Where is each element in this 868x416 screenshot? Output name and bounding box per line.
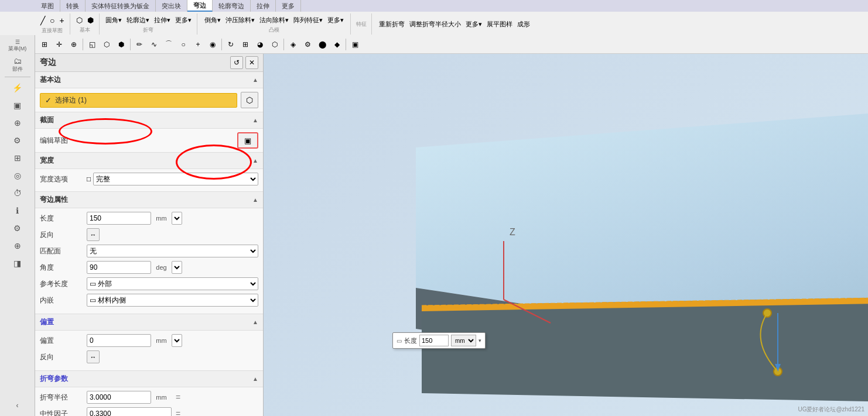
icon-btn-18[interactable]: ⚙ (300, 37, 315, 51)
sidebar-icon-10[interactable]: ⊕ (7, 238, 28, 254)
reverse-btn[interactable]: ↔ (87, 228, 100, 241)
ribbon-tab-contour[interactable]: 轮廓弯边 (213, 0, 251, 12)
section-bend-params-arrow: ▲ (252, 376, 258, 382)
icon-btn-10[interactable]: ○ (176, 37, 190, 51)
offset-row: 偏置 mm (40, 334, 258, 347)
ribbon-btn-basic2[interactable]: ⬢ (86, 14, 95, 26)
match-face-select[interactable]: 无 (87, 245, 258, 257)
icon-btn-8[interactable]: ∿ (147, 37, 161, 51)
panel-close-btn[interactable]: ✕ (245, 56, 258, 69)
section-offset-header[interactable]: 偏置 ▲ (35, 314, 263, 331)
ribbon-tab-flange[interactable]: 弯边 (187, 0, 213, 12)
dim-unit-select[interactable]: mm (451, 335, 476, 346)
bend-radius-input[interactable] (87, 391, 151, 404)
ribbon-btn-flatten[interactable]: 展平图样 (485, 18, 514, 30)
edge-cube-btn[interactable]: ⬡ (241, 92, 258, 108)
ribbon-btn-more-bend[interactable]: 更多▾ (173, 14, 193, 26)
sidebar-icon-2[interactable]: ▣ (7, 97, 28, 114)
icon-btn-20[interactable]: ◆ (330, 37, 344, 51)
icon-btn-6[interactable]: ⬢ (114, 37, 128, 51)
offset-unit-select[interactable] (172, 334, 182, 347)
section-bend-props-header[interactable]: 弯边属性 ▲ (35, 191, 263, 208)
sidebar-collapse-btn[interactable]: ‹ (7, 397, 28, 414)
section-width-title: 宽度 (40, 156, 54, 166)
ref-length-select[interactable]: ▭ 外部 (87, 277, 258, 290)
inner-select[interactable]: ▭ 材料内侧 (87, 294, 258, 307)
dim-popup: ▭ 长度 mm ▾ (392, 332, 486, 349)
dim-value-input[interactable] (419, 335, 449, 346)
ribbon-btn-plus[interactable]: + (57, 14, 66, 27)
icon-btn-14[interactable]: ⊞ (238, 37, 252, 51)
ribbon-tab-convert[interactable]: 转换 (60, 0, 86, 12)
watermark: UG爱好者论坛@zhd1221 (798, 405, 864, 414)
icon-btn-11[interactable]: + (191, 37, 205, 51)
offset-input[interactable] (87, 334, 151, 347)
ribbon-btn-normal-cut[interactable]: 法向除料▾ (258, 14, 291, 26)
sidebar-icon-9[interactable]: ⚙ (7, 220, 28, 236)
icon-btn-12[interactable]: ◉ (206, 37, 220, 51)
ribbon-tab-protrusion[interactable]: 突出块 (156, 0, 187, 12)
sidebar-icon-6[interactable]: ◎ (7, 167, 28, 184)
icon-btn-13[interactable]: ↻ (224, 37, 238, 51)
ribbon-btn-array[interactable]: 阵列特征▾ (292, 14, 324, 26)
offset-reverse-btn[interactable]: ↔ (87, 350, 100, 363)
ribbon-btn-pull[interactable]: 拉伸▾ (152, 14, 172, 26)
ribbon-btn-more-form[interactable]: 更多▾ (464, 18, 484, 30)
selected-edge-item[interactable]: ✓ 选择边 (1) (40, 93, 237, 108)
icon-btn-17[interactable]: ◈ (286, 37, 300, 51)
icon-btn-2[interactable]: ✛ (52, 37, 66, 51)
icon-btn-16[interactable]: ⬡ (268, 37, 282, 51)
offset-reverse-row: 反向 ↔ (40, 350, 258, 363)
ribbon-btn-punch[interactable]: 沖压除料▾ (224, 14, 257, 26)
width-option-select[interactable]: 完整 (93, 173, 258, 185)
icon-btn-21[interactable]: ▣ (348, 37, 362, 51)
angle-input[interactable] (87, 261, 151, 274)
icon-btn-9[interactable]: ⌒ (162, 37, 176, 51)
ribbon-btn-line[interactable]: ╱ (39, 14, 47, 27)
sidebar-icon-11[interactable]: ◨ (7, 255, 28, 271)
length-unit-select[interactable] (172, 212, 182, 225)
length-input[interactable] (87, 212, 151, 225)
neutral-factor-eq-btn[interactable]: = (172, 407, 184, 416)
sidebar-icon-1[interactable]: ⚡ (7, 80, 28, 96)
panel-reset-btn[interactable]: ↺ (230, 56, 243, 69)
angle-unit-select[interactable] (172, 261, 182, 274)
ribbon-tab-extrude[interactable]: 拉伸 (251, 0, 276, 12)
sidebar-icon-7[interactable]: ⏱ (7, 185, 28, 201)
ribbon-btn-circle[interactable]: ○ (48, 14, 56, 27)
section-width-header[interactable]: 宽度 ▲ (35, 152, 263, 169)
neutral-factor-input[interactable] (87, 407, 172, 416)
ribbon-tab-solid-convert[interactable]: 实体特征转换为钣金 (86, 0, 156, 12)
section-basic-edge-header[interactable]: 基本边 ▲ (35, 72, 263, 88)
ribbon-btn-shape[interactable]: 成形 (515, 18, 532, 30)
bend-radius-eq-btn[interactable]: = (172, 391, 184, 404)
angle-label: 角度 (40, 263, 87, 273)
icon-btn-4[interactable]: ◱ (85, 37, 99, 51)
sidebar-icon-4[interactable]: ⚙ (7, 132, 28, 149)
ribbon-btn-adjust-radius[interactable]: 调整折弯半径大小 (408, 18, 463, 30)
sidebar-parts-btn[interactable]: 🗂部件 (3, 55, 32, 74)
section-bend-params-header[interactable]: 折弯参数 ▲ (35, 370, 263, 387)
ribbon-btn-basic1[interactable]: ⬡ (74, 14, 84, 26)
sidebar-icon-8[interactable]: ℹ (7, 202, 28, 219)
section-cross-section-header[interactable]: 截面 ▲ (35, 112, 263, 129)
ribbon-tab-sketch[interactable]: 草图 (35, 0, 60, 12)
bend-radius-label: 折弯半径 (40, 393, 87, 403)
icon-btn-1[interactable]: ⊞ (37, 37, 52, 51)
ribbon-btn-rebend[interactable]: 重新折弯 (377, 18, 406, 30)
ribbon-btn-more-feature[interactable]: 更多▾ (326, 14, 346, 26)
ribbon-btn-fillet[interactable]: 圆角▾ (104, 14, 124, 26)
icon-btn-19[interactable]: ⬤ (315, 37, 329, 51)
sidebar-icon-3[interactable]: ⊕ (7, 115, 28, 131)
sidebar-menu-btn[interactable]: ☰菜单(M) (3, 37, 32, 54)
icon-btn-7[interactable]: ✏ (132, 37, 146, 51)
ribbon-tab-more1[interactable]: 更多 (276, 0, 301, 12)
ribbon-btn-contour-bend[interactable]: 轮廓边▾ (125, 14, 151, 26)
sidebar-icon-5[interactable]: ⊞ (7, 150, 28, 166)
icon-btn-15[interactable]: ◕ (253, 37, 267, 51)
selected-edge-row: ✓ 选择边 (1) ⬡ (40, 92, 258, 108)
icon-btn-5[interactable]: ⬡ (100, 37, 114, 51)
icon-btn-3[interactable]: ⊕ (67, 37, 81, 51)
ribbon-btn-corner[interactable]: 倒角▾ (203, 14, 223, 26)
edit-sketch-btn[interactable]: ▣ (237, 132, 258, 149)
